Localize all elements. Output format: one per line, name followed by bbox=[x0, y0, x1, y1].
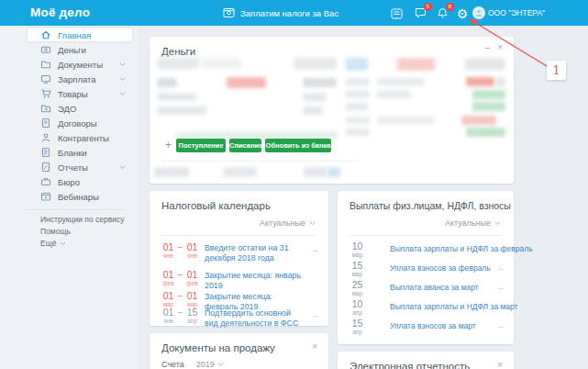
payment-row[interactable]: 10апр Выплата зарплаты и НДФЛ за март → bbox=[349, 299, 505, 317]
tasks-icon[interactable] bbox=[389, 6, 404, 20]
chevron-down-icon bbox=[119, 92, 126, 96]
sidebar-item-money[interactable]: Деньги bbox=[28, 43, 132, 56]
app-logo[interactable]: Моё дело bbox=[30, 0, 90, 26]
sidebar-link-more[interactable]: Ещё bbox=[28, 239, 66, 248]
chat-icon[interactable]: 5 bbox=[413, 6, 427, 20]
redacted-text bbox=[495, 77, 505, 86]
redacted-text bbox=[327, 167, 340, 177]
task-link[interactable]: Введите остатки на 31 декабря 2018 года bbox=[205, 243, 304, 263]
report-icon bbox=[40, 162, 51, 173]
payment-link[interactable]: Выплата аванса за март bbox=[390, 283, 493, 292]
user-avatar[interactable] bbox=[472, 6, 485, 19]
notifications-bell-icon[interactable]: 8 bbox=[435, 6, 449, 20]
close-icon[interactable]: × bbox=[497, 43, 503, 52]
payment-row[interactable]: 10мар Выплата зарплаты и НДФЛ за февраль… bbox=[349, 241, 505, 259]
add-operation-button[interactable]: + bbox=[162, 140, 174, 151]
payment-link[interactable]: Уплата взносов за март bbox=[390, 321, 493, 330]
notifications-badge: 8 bbox=[446, 3, 454, 11]
payment-row[interactable]: 25мар Выплата аванса за март → bbox=[349, 280, 505, 297]
redacted-amount bbox=[472, 90, 505, 99]
redacted-amount bbox=[461, 116, 496, 125]
chevron-down-icon bbox=[309, 221, 316, 226]
arrow-right-icon[interactable]: → bbox=[496, 244, 505, 253]
redacted-text bbox=[303, 78, 337, 87]
sidebar-link-help[interactable]: Помощь bbox=[28, 227, 71, 236]
close-icon[interactable]: × bbox=[497, 361, 503, 369]
arrow-right-icon[interactable]: → bbox=[496, 321, 505, 330]
bank-refresh-button[interactable]: Обновить из банка bbox=[265, 139, 331, 152]
expense-button[interactable]: Списание bbox=[229, 139, 261, 152]
sidebar-item-webinars[interactable]: Вебинары bbox=[28, 190, 132, 203]
payment-link[interactable]: Выплата зарплаты и НДФЛ за март bbox=[390, 302, 493, 311]
sidebar-label: Договоры bbox=[58, 118, 97, 129]
sidebar-item-contracts[interactable]: Договоры bbox=[28, 117, 132, 129]
redacted-text bbox=[346, 117, 370, 124]
settings-gear-icon[interactable]: ⚙ bbox=[455, 6, 470, 20]
payment-row[interactable]: 15мар Уплата взносов за февраль → bbox=[349, 261, 505, 278]
task-link[interactable]: Подтвердить основной вид деятельности в … bbox=[205, 308, 304, 329]
app-header: Моё дело Заплатим налоги за Вас 5 8 bbox=[0, 0, 588, 26]
home-icon bbox=[40, 29, 51, 40]
sidebar-link-instructions[interactable]: Инструкции по сервису bbox=[28, 215, 124, 224]
minimize-icon[interactable]: – bbox=[484, 43, 490, 52]
payment-link[interactable]: Выплата зарплаты и НДФЛ за февраль bbox=[390, 244, 493, 253]
sidebar-item-reports[interactable]: Отчеты bbox=[28, 161, 132, 173]
redacted-text bbox=[346, 91, 370, 98]
redacted-amount bbox=[466, 77, 494, 86]
sidebar-item-counterparties[interactable]: Контрагенты bbox=[28, 131, 132, 144]
tax-calendar-filter[interactable]: Актуальные bbox=[260, 218, 316, 228]
tax-calendar-row[interactable]: 01янв – 01янв Введите остатки на 31 дека… bbox=[161, 242, 319, 266]
tax-calendar-row[interactable]: 01мар – 01мар Закрытие месяца: февраль 2… bbox=[161, 291, 319, 308]
sidebar: Главная Деньги Документы Зарплата Товары… bbox=[0, 26, 138, 369]
sidebar-label: Контрагенты bbox=[58, 133, 109, 143]
person-icon bbox=[40, 132, 51, 143]
payment-link[interactable]: Уплата взносов за февраль bbox=[390, 263, 493, 273]
cart-icon bbox=[40, 88, 51, 99]
arrow-right-icon[interactable]: → bbox=[311, 245, 319, 254]
redacted-text bbox=[346, 58, 368, 71]
payment-row[interactable]: 15апр Уплата взносов за март → bbox=[349, 319, 505, 336]
tab-invoices[interactable]: Счета bbox=[161, 360, 184, 369]
redacted-text bbox=[397, 58, 435, 71]
pay-taxes-promo[interactable]: Заплатим налоги за Вас bbox=[223, 0, 338, 26]
divider bbox=[161, 161, 359, 162]
sidebar-label: Отчеты bbox=[58, 162, 88, 173]
money-card-title: Деньги bbox=[161, 46, 195, 57]
payments-filter[interactable]: Актуальные bbox=[445, 218, 501, 228]
sales-docs-card: Документы на продажу × Счета 2019 bbox=[150, 333, 328, 369]
redacted-text bbox=[346, 129, 370, 136]
income-button[interactable]: Поступление bbox=[176, 139, 226, 152]
tax-calendar-row[interactable]: 01янв – 15апр Подтвердить основной вид д… bbox=[161, 308, 319, 331]
e-reports-title: Электронная отчетность bbox=[349, 361, 470, 369]
e-reports-card: Электронная отчетность × bbox=[338, 352, 514, 369]
deadline-date: 15мар bbox=[349, 261, 365, 277]
sidebar-item-goods[interactable]: Товары bbox=[28, 87, 132, 100]
redacted-text bbox=[346, 78, 370, 85]
edo-folder-icon bbox=[40, 103, 51, 114]
sales-docs-title: Документы на продажу bbox=[161, 342, 275, 353]
year-filter[interactable]: 2019 bbox=[196, 360, 224, 369]
close-icon[interactable]: × bbox=[312, 342, 317, 352]
sidebar-item-bureau[interactable]: Бюро bbox=[28, 175, 132, 188]
sidebar-item-home[interactable]: Главная bbox=[28, 28, 132, 41]
sidebar-item-documents[interactable]: Документы bbox=[28, 58, 132, 71]
task-link[interactable]: Закрытие месяца: январь 2019 bbox=[205, 271, 304, 291]
sidebar-item-edo[interactable]: ЭДО bbox=[28, 102, 132, 115]
sidebar-label: Главная bbox=[58, 30, 91, 40]
sidebar-item-forms[interactable]: Бланки bbox=[28, 146, 132, 159]
sidebar-label: Товары bbox=[58, 89, 88, 99]
chevron-down-icon bbox=[119, 77, 126, 82]
redacted-amount bbox=[472, 102, 505, 111]
arrow-right-icon[interactable]: → bbox=[496, 263, 505, 273]
annotation-label-1: 1 bbox=[547, 61, 566, 80]
redacted-text bbox=[465, 59, 505, 70]
redacted-text bbox=[304, 167, 327, 177]
redacted-text bbox=[294, 58, 337, 69]
sidebar-label: ЭДО bbox=[58, 104, 76, 114]
arrow-right-icon[interactable]: → bbox=[496, 302, 505, 311]
sidebar-item-salary[interactable]: Зарплата bbox=[28, 73, 132, 85]
company-selector[interactable]: ООО "ЭНТЕРА" bbox=[488, 0, 545, 26]
arrow-right-icon[interactable]: → bbox=[496, 283, 505, 292]
arrow-right-icon[interactable]: → bbox=[311, 310, 319, 319]
tax-calendar-row[interactable]: 01фев – 01фев Закрытие месяца: январь 20… bbox=[161, 270, 319, 286]
